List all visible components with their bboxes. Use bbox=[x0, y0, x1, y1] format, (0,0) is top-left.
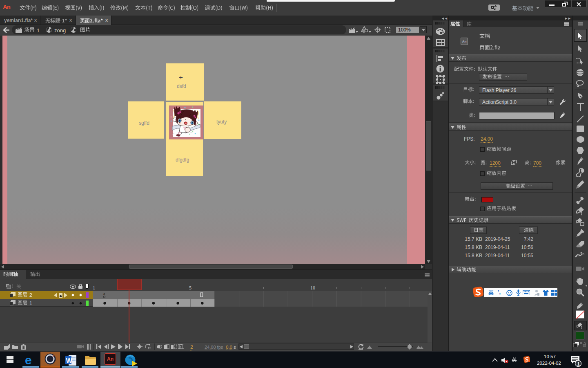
svg-text:1: 1 bbox=[577, 361, 580, 366]
svg-text:a: a bbox=[103, 292, 105, 296]
svg-text:W: W bbox=[66, 357, 73, 364]
